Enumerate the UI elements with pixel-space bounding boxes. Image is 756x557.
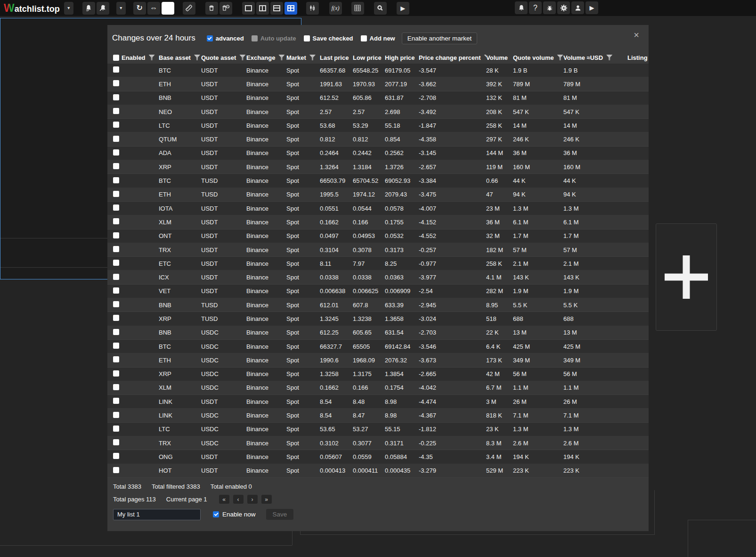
row-checkbox[interactable] bbox=[113, 412, 119, 418]
alerts-button[interactable] bbox=[82, 2, 95, 15]
cell-last-price: 1.3264 bbox=[320, 164, 353, 171]
option-save-checked[interactable]: Save checked bbox=[304, 35, 353, 42]
cell-exchange: Binance bbox=[246, 412, 286, 419]
table-row: XRPUSDCBinanceSpot1.32581.31751.3854-2.6… bbox=[107, 368, 649, 381]
enable-now-option[interactable]: Enable now bbox=[213, 511, 256, 518]
option-auto-update[interactable]: Auto update bbox=[252, 35, 296, 42]
row-checkbox[interactable] bbox=[113, 426, 119, 432]
line-alert-button[interactable] bbox=[97, 2, 109, 15]
row-checkbox[interactable] bbox=[113, 343, 119, 349]
row-checkbox[interactable] bbox=[113, 122, 119, 128]
notifications-button[interactable] bbox=[515, 1, 528, 14]
grid-settings-button[interactable] bbox=[351, 2, 364, 15]
cell-high-price: 631.54 bbox=[385, 329, 419, 336]
row-checkbox[interactable] bbox=[113, 315, 119, 321]
close-icon[interactable]: × bbox=[631, 30, 642, 40]
last-page-button[interactable]: » bbox=[261, 495, 272, 504]
row-checkbox[interactable] bbox=[113, 232, 119, 238]
row-checkbox[interactable] bbox=[113, 370, 119, 377]
option-add-new[interactable]: Add new bbox=[361, 35, 395, 42]
chart-style-button[interactable] bbox=[306, 2, 319, 15]
option-advanced[interactable]: advanced bbox=[207, 35, 244, 42]
row-checkbox[interactable] bbox=[113, 301, 119, 307]
indicators-button[interactable]: f(x) bbox=[329, 2, 342, 15]
row-checkbox[interactable] bbox=[113, 398, 119, 404]
delete-history-button[interactable] bbox=[219, 2, 232, 15]
fit-width-button[interactable]: ⇔ bbox=[147, 2, 160, 15]
cell-quote-volume: 425 M bbox=[513, 343, 563, 350]
save-button[interactable]: Save bbox=[266, 509, 294, 520]
table-row: ETHUSDCBinanceSpot1990.61968.092076.32-3… bbox=[107, 353, 649, 367]
layout-columns-button[interactable] bbox=[256, 2, 269, 15]
row-checkbox[interactable] bbox=[113, 66, 119, 73]
row-checkbox[interactable] bbox=[113, 439, 119, 445]
checkbox[interactable] bbox=[304, 35, 310, 41]
row-checkbox[interactable] bbox=[113, 163, 119, 169]
list-name-input[interactable] bbox=[113, 509, 201, 520]
row-checkbox[interactable] bbox=[113, 218, 119, 224]
cell-price-change-percent: -0.257 bbox=[419, 246, 486, 254]
help-button[interactable]: ? bbox=[529, 1, 542, 14]
checkbox[interactable] bbox=[207, 35, 213, 41]
row-checkbox[interactable] bbox=[113, 149, 119, 156]
table-row: BTCUSDTBinanceSpot66357.6865548.2569179.… bbox=[107, 64, 649, 77]
row-checkbox[interactable] bbox=[113, 274, 119, 280]
replay-button[interactable]: ▶ bbox=[397, 2, 409, 15]
layout-rows-button[interactable] bbox=[270, 2, 283, 15]
row-checkbox[interactable] bbox=[113, 260, 119, 266]
alert-dropdown-button[interactable]: ▾ bbox=[116, 2, 126, 15]
add-panel-button[interactable] bbox=[656, 223, 717, 331]
checkbox[interactable] bbox=[252, 35, 258, 41]
row-checkbox[interactable] bbox=[113, 94, 119, 100]
layout-single-button[interactable] bbox=[242, 2, 255, 15]
delete-button[interactable] bbox=[205, 2, 218, 15]
cell-last-price: 612.25 bbox=[320, 329, 353, 336]
checkbox[interactable] bbox=[361, 35, 367, 41]
filter-icon[interactable] bbox=[194, 55, 200, 60]
layout-grid-button[interactable] bbox=[285, 2, 297, 15]
row-checkbox[interactable] bbox=[113, 329, 119, 335]
account-button[interactable] bbox=[571, 1, 584, 14]
filter-icon[interactable] bbox=[239, 55, 245, 60]
filter-icon[interactable] bbox=[557, 55, 563, 60]
ruler-button[interactable] bbox=[183, 2, 195, 15]
row-checkbox[interactable] bbox=[113, 108, 119, 114]
select-all-checkbox[interactable] bbox=[113, 55, 119, 61]
next-page-button[interactable]: › bbox=[247, 495, 258, 504]
bug-report-button[interactable] bbox=[543, 1, 556, 14]
row-checkbox[interactable] bbox=[113, 205, 119, 211]
prev-page-button[interactable]: ‹ bbox=[233, 495, 244, 504]
row-checkbox[interactable] bbox=[113, 453, 119, 459]
filter-icon[interactable] bbox=[278, 55, 285, 60]
cell-quote-volume: 2.1 M bbox=[513, 260, 563, 267]
filter-icon[interactable] bbox=[309, 55, 316, 60]
refresh-button[interactable]: ↻ bbox=[133, 2, 146, 15]
cell-volume-usd: 143 K bbox=[563, 274, 627, 281]
cell-base-asset: ETC bbox=[159, 260, 201, 267]
row-checkbox[interactable] bbox=[113, 384, 119, 390]
search-button[interactable] bbox=[374, 2, 387, 15]
settings-button[interactable] bbox=[557, 1, 570, 14]
row-checkbox[interactable] bbox=[113, 136, 119, 142]
first-page-button[interactable]: « bbox=[219, 495, 229, 504]
row-checkbox[interactable] bbox=[113, 287, 119, 294]
table-row: NEOUSDTBinanceSpot2.572.572.698-3.492208… bbox=[107, 105, 649, 119]
cell-high-price: 0.0532 bbox=[385, 232, 419, 239]
trash-icon bbox=[208, 4, 215, 12]
enable-another-market-button[interactable]: Enable another market bbox=[402, 33, 478, 44]
row-checkbox[interactable] bbox=[113, 191, 119, 197]
row-checkbox[interactable] bbox=[113, 467, 119, 473]
row-checkbox[interactable] bbox=[113, 356, 119, 362]
filter-icon[interactable] bbox=[149, 55, 155, 60]
enable-now-checkbox[interactable] bbox=[213, 511, 219, 517]
cell-quote-asset: USDC bbox=[201, 343, 246, 350]
filter-icon[interactable] bbox=[606, 55, 612, 60]
row-checkbox[interactable] bbox=[113, 80, 119, 86]
start-button[interactable]: ▶ bbox=[585, 1, 598, 14]
row-checkbox[interactable] bbox=[113, 177, 119, 183]
background-color-button[interactable] bbox=[162, 2, 174, 15]
cell-market: Spot bbox=[286, 357, 320, 364]
row-checkbox[interactable] bbox=[113, 246, 119, 252]
list-dropdown-button[interactable]: ▾ bbox=[64, 2, 73, 15]
cell-quote-asset: USDC bbox=[201, 357, 246, 364]
